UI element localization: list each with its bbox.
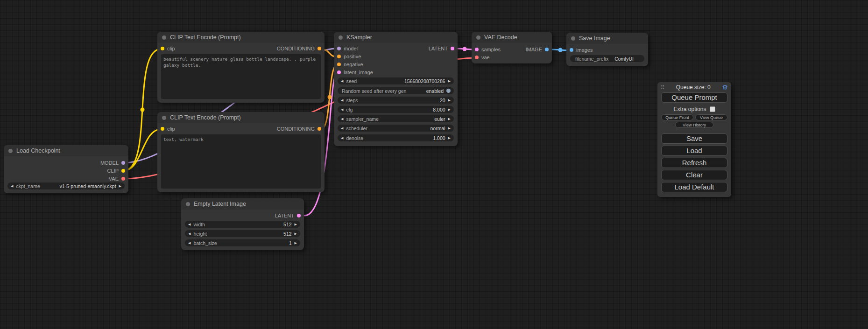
node-title-bar[interactable]: Empty Latent Image (181, 198, 304, 210)
increment-arrow-icon[interactable]: ▶ (448, 98, 451, 102)
collapse-dot-icon[interactable] (186, 202, 190, 206)
node-ksampler[interactable]: KSampler model positive negative latent_… (334, 32, 458, 146)
node-graph-canvas[interactable]: Load Checkpoint MODEL CLIP VAE ◀ ckpt_na… (0, 0, 868, 329)
extra-options-checkbox[interactable] (710, 106, 715, 112)
input-slot-clip[interactable]: clip (161, 45, 175, 52)
output-slot-clip[interactable]: CLIP (107, 167, 125, 175)
increment-arrow-icon[interactable]: ▶ (448, 108, 451, 111)
node-title-bar[interactable]: Save Image (566, 33, 648, 44)
input-slot-positive[interactable]: positive (337, 53, 361, 60)
toggle-icon[interactable] (446, 89, 451, 93)
image-port-icon[interactable] (570, 48, 573, 52)
widget-cfg[interactable]: ◀ cfg 8.000 ▶ (338, 106, 454, 113)
collapse-dot-icon[interactable] (571, 36, 575, 41)
view-history-button[interactable]: View History (675, 122, 713, 128)
clear-button[interactable]: Clear (661, 170, 727, 180)
widget-filename-prefix[interactable]: filename_prefix ComfyUI (570, 55, 644, 62)
widget-width[interactable]: ◀ width 512 ▶ (185, 221, 300, 228)
collapse-dot-icon[interactable] (339, 35, 343, 40)
input-slot-vae[interactable]: vae (475, 54, 490, 61)
image-port-icon[interactable] (545, 48, 549, 51)
save-button[interactable]: Save (661, 133, 727, 144)
input-slot-clip[interactable]: clip (161, 125, 175, 133)
load-button[interactable]: Load (661, 146, 727, 156)
latent-port-icon[interactable] (451, 47, 454, 50)
model-port-icon[interactable] (337, 47, 341, 50)
queue-front-button[interactable]: Queue Front (661, 114, 693, 120)
widget-scheduler[interactable]: ◀ scheduler normal ▶ (338, 125, 454, 132)
node-title-bar[interactable]: CLIP Text Encode (Prompt) (157, 112, 325, 123)
conditioning-port-icon[interactable] (318, 47, 321, 50)
node-clip-text-encode-negative[interactable]: CLIP Text Encode (Prompt) clip CONDITION… (157, 112, 325, 192)
input-slot-images[interactable]: images (570, 46, 593, 54)
increment-arrow-icon[interactable]: ▶ (448, 79, 451, 83)
input-slot-negative[interactable]: negative (337, 61, 363, 68)
collapse-dot-icon[interactable] (162, 116, 166, 120)
clip-port-icon[interactable] (161, 127, 164, 131)
increment-arrow-icon[interactable]: ▶ (448, 117, 451, 120)
latent-port-icon[interactable] (297, 214, 301, 217)
increment-arrow-icon[interactable]: ▶ (448, 136, 451, 140)
decrement-arrow-icon[interactable]: ◀ (188, 232, 191, 235)
model-port-icon[interactable] (121, 161, 125, 165)
output-slot-image[interactable]: IMAGE (526, 46, 549, 53)
node-empty-latent-image[interactable]: Empty Latent Image LATENT ◀ width 512 ▶ … (181, 198, 304, 250)
decrement-arrow-icon[interactable]: ◀ (11, 184, 13, 188)
node-save-image[interactable]: Save Image images filename_prefix ComfyU… (566, 33, 648, 66)
conditioning-port-icon[interactable] (318, 127, 321, 131)
settings-gear-icon[interactable]: ⚙ (722, 84, 728, 91)
widget-batch-size[interactable]: ◀ batch_size 1 ▶ (185, 239, 300, 246)
decrement-arrow-icon[interactable]: ◀ (341, 126, 343, 130)
widget-random-seed-toggle[interactable]: Random seed after every gen enabled (338, 87, 454, 94)
increment-arrow-icon[interactable]: ▶ (295, 223, 297, 226)
latent-port-icon[interactable] (475, 48, 479, 51)
decrement-arrow-icon[interactable]: ◀ (341, 136, 343, 140)
conditioning-port-icon[interactable] (337, 55, 341, 58)
increment-arrow-icon[interactable]: ▶ (119, 184, 121, 188)
drag-handle-icon[interactable]: ⠿ (661, 84, 664, 91)
widget-denoise[interactable]: ◀ denoise 1.000 ▶ (338, 134, 454, 141)
view-queue-button[interactable]: View Queue (695, 114, 727, 120)
conditioning-port-icon[interactable] (337, 63, 341, 66)
collapse-dot-icon[interactable] (476, 35, 480, 40)
node-title-bar[interactable]: KSampler (334, 32, 458, 43)
decrement-arrow-icon[interactable]: ◀ (341, 108, 343, 111)
output-slot-latent[interactable]: LATENT (275, 212, 301, 219)
output-slot-conditioning[interactable]: CONDITIONING (277, 125, 321, 133)
input-slot-latent-image[interactable]: latent_image (337, 69, 373, 76)
vae-port-icon[interactable] (121, 177, 125, 181)
collapse-dot-icon[interactable] (162, 35, 166, 40)
prompt-textarea[interactable]: text, watermark (161, 134, 321, 189)
output-slot-conditioning[interactable]: CONDITIONING (277, 45, 321, 52)
increment-arrow-icon[interactable]: ▶ (295, 241, 297, 245)
node-load-checkpoint[interactable]: Load Checkpoint MODEL CLIP VAE ◀ ckpt_na… (4, 145, 128, 193)
queue-panel[interactable]: ⠿ Queue size: 0 ⚙ Queue Prompt Extra opt… (657, 82, 731, 197)
output-slot-vae[interactable]: VAE (109, 175, 125, 182)
node-title-bar[interactable]: VAE Decode (472, 32, 552, 43)
queue-prompt-button[interactable]: Queue Prompt (661, 92, 727, 103)
widget-steps[interactable]: ◀ steps 20 ▶ (338, 97, 454, 104)
decrement-arrow-icon[interactable]: ◀ (188, 223, 191, 226)
node-title-bar[interactable]: CLIP Text Encode (Prompt) (157, 32, 325, 43)
node-title-bar[interactable]: Load Checkpoint (4, 145, 128, 156)
input-slot-samples[interactable]: samples (475, 46, 501, 53)
decrement-arrow-icon[interactable]: ◀ (188, 241, 191, 245)
load-default-button[interactable]: Load Default (661, 182, 727, 192)
vae-port-icon[interactable] (475, 56, 479, 59)
output-slot-latent[interactable]: LATENT (429, 45, 454, 52)
widget-ckpt-name[interactable]: ◀ ckpt_name v1-5-pruned-emaonly.ckpt ▶ (7, 182, 125, 189)
collapse-dot-icon[interactable] (8, 149, 13, 153)
decrement-arrow-icon[interactable]: ◀ (341, 79, 343, 83)
node-clip-text-encode-positive[interactable]: CLIP Text Encode (Prompt) clip CONDITION… (157, 32, 325, 103)
input-slot-model[interactable]: model (337, 45, 358, 52)
widget-sampler-name[interactable]: ◀ sampler_name euler ▶ (338, 115, 454, 122)
output-slot-model[interactable]: MODEL (100, 159, 125, 167)
clip-port-icon[interactable] (161, 47, 164, 50)
prompt-textarea[interactable]: beautiful scenery nature glass bottle la… (161, 54, 321, 99)
widget-height[interactable]: ◀ height 512 ▶ (185, 230, 300, 237)
clip-port-icon[interactable] (121, 169, 125, 173)
decrement-arrow-icon[interactable]: ◀ (341, 98, 343, 102)
increment-arrow-icon[interactable]: ▶ (295, 232, 297, 235)
latent-port-icon[interactable] (337, 70, 341, 74)
increment-arrow-icon[interactable]: ▶ (448, 126, 451, 130)
